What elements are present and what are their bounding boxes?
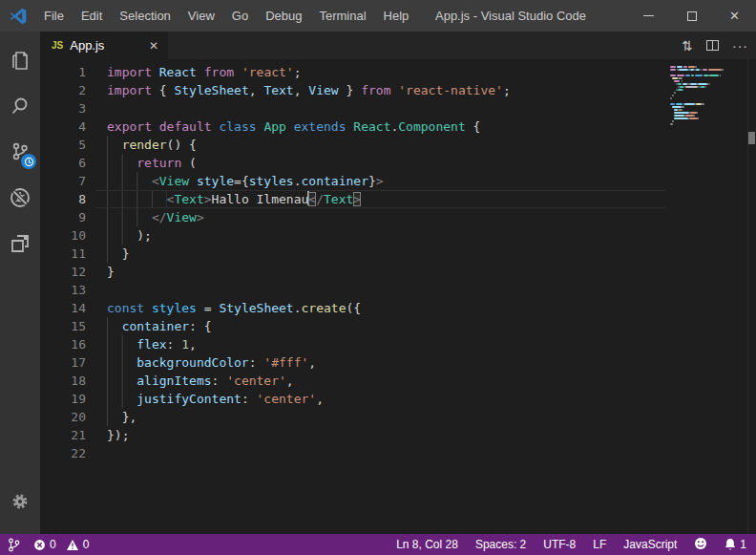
code-line-6[interactable]: 6return ( — [40, 154, 756, 172]
line-number[interactable]: 6 — [40, 154, 86, 172]
notification-count: 1 — [740, 538, 746, 551]
line-number[interactable]: 18 — [40, 372, 86, 390]
menu-item-terminal[interactable]: Terminal — [310, 0, 374, 32]
sidebar-item-explorer[interactable] — [0, 37, 40, 83]
encoding[interactable]: UTF-8 — [543, 538, 576, 551]
code-editor[interactable]: 1import React from 'react';2import { Sty… — [40, 59, 756, 534]
line-number[interactable]: 21 — [40, 426, 86, 444]
search-icon — [9, 95, 32, 117]
token: Component — [398, 119, 465, 134]
indentation[interactable]: Spaces: 2 — [475, 538, 526, 551]
language-mode[interactable]: JavaScript — [623, 538, 677, 551]
minimap[interactable] — [670, 66, 731, 129]
line-number[interactable]: 3 — [40, 99, 86, 117]
menu-item-file[interactable]: File — [35, 0, 73, 32]
code-line-12[interactable]: 12} — [40, 263, 756, 281]
sidebar-item-extensions[interactable] — [0, 221, 40, 267]
indent-guides — [107, 190, 167, 208]
code-line-2[interactable]: 2import { StyleSheet, Text, View } from … — [40, 81, 756, 99]
menu-item-go[interactable]: Go — [223, 0, 257, 32]
token: create — [302, 301, 346, 315]
cursor-position[interactable]: Ln 8, Col 28 — [396, 538, 458, 551]
minimize-button[interactable] — [627, 0, 670, 32]
token: App — [257, 119, 286, 134]
open-changes-icon[interactable]: ⇅ — [682, 39, 693, 53]
activity-bar — [0, 32, 40, 534]
sidebar-item-search[interactable] — [0, 83, 40, 129]
code-line-5[interactable]: 5render() { — [40, 136, 756, 154]
tab-appjs[interactable]: JS App.js ✕ — [40, 32, 168, 59]
code-line-22[interactable]: 22 — [40, 444, 756, 462]
line-number[interactable]: 20 — [40, 408, 86, 426]
menu-item-debug[interactable]: Debug — [257, 0, 310, 32]
menu-item-help[interactable]: Help — [375, 0, 418, 32]
line-number[interactable]: 14 — [40, 299, 86, 317]
code-line-7[interactable]: 7<View style={styles.container}> — [40, 172, 756, 190]
line-number[interactable]: 8 — [40, 190, 86, 208]
menu-item-edit[interactable]: Edit — [73, 0, 111, 32]
code-line-8[interactable]: 8<Text>Hallo Ilmenau</Text> — [40, 190, 756, 208]
manage-settings-button[interactable] — [0, 479, 40, 524]
line-number[interactable]: 11 — [40, 245, 86, 263]
token: extends — [286, 119, 346, 134]
line-number[interactable]: 7 — [40, 172, 86, 190]
code-line-3[interactable]: 3 — [40, 99, 756, 117]
code-line-19[interactable]: 19justifyContent: 'center', — [40, 390, 756, 408]
line-number[interactable]: 22 — [40, 444, 86, 462]
line-number[interactable]: 16 — [40, 335, 86, 353]
line-number[interactable]: 13 — [40, 281, 86, 299]
split-editor-icon[interactable] — [706, 40, 719, 51]
token: > — [376, 174, 384, 188]
code-line-18[interactable]: 18alignItems: 'center', — [40, 372, 756, 390]
eol-sequence[interactable]: LF — [593, 538, 606, 551]
line-number[interactable]: 1 — [40, 63, 86, 81]
token: } — [122, 246, 130, 261]
code-line-14[interactable]: 14const styles = StyleSheet.create({ — [40, 299, 756, 317]
code-line-1[interactable]: 1import React from 'react'; — [40, 63, 756, 81]
token: import — [107, 65, 152, 79]
overview-ruler[interactable] — [747, 59, 756, 534]
code-line-11[interactable]: 11} — [40, 245, 756, 263]
code-line-20[interactable]: 20}, — [40, 408, 756, 426]
minimap-line — [670, 66, 731, 68]
window-controls: ✕ — [627, 0, 756, 32]
code-line-21[interactable]: 21}); — [40, 426, 756, 444]
problems-button[interactable]: 0 0 — [33, 538, 89, 551]
token: { — [242, 174, 249, 188]
line-number[interactable]: 5 — [40, 136, 86, 154]
line-number[interactable]: 10 — [40, 226, 86, 245]
tab-close-icon[interactable]: ✕ — [149, 39, 158, 53]
close-button[interactable]: ✕ — [713, 0, 756, 32]
sidebar-item-debug[interactable] — [0, 175, 40, 221]
code-line-4[interactable]: 4export default class App extends React.… — [40, 117, 756, 136]
line-number[interactable]: 4 — [40, 117, 86, 136]
menu-item-selection[interactable]: Selection — [111, 0, 178, 32]
minimap-line — [670, 83, 731, 85]
line-number[interactable]: 17 — [40, 353, 86, 372]
code-line-15[interactable]: 15container: { — [40, 317, 756, 335]
line-number[interactable]: 9 — [40, 208, 86, 226]
maximize-button[interactable] — [670, 0, 713, 32]
line-number[interactable]: 2 — [40, 81, 86, 99]
more-actions-icon[interactable]: ··· — [732, 39, 748, 53]
minimap-line — [670, 117, 731, 119]
sidebar-item-source-control[interactable] — [0, 129, 40, 175]
minimize-icon — [643, 15, 654, 16]
code-line-17[interactable]: 17backgroundColor: '#fff', — [40, 353, 756, 372]
token: ); — [136, 228, 152, 243]
feedback-smiley-button[interactable] — [694, 537, 707, 553]
line-number[interactable]: 15 — [40, 317, 86, 335]
code-line-16[interactable]: 16flex: 1, — [40, 335, 756, 353]
code-line-10[interactable]: 10); — [40, 226, 756, 245]
line-number[interactable]: 12 — [40, 263, 86, 281]
line-number[interactable]: 19 — [40, 390, 86, 408]
notifications-button[interactable]: 1 — [724, 538, 746, 551]
menu-item-view[interactable]: View — [179, 0, 223, 32]
code-line-13[interactable]: 13 — [40, 281, 756, 299]
indent-guides — [107, 390, 136, 408]
git-branch-button[interactable] — [8, 538, 20, 552]
token: () { — [167, 138, 197, 152]
token: } — [339, 83, 354, 97]
line-content: const styles = StyleSheet.create({ — [107, 299, 361, 317]
code-line-9[interactable]: 9</View> — [40, 208, 756, 226]
